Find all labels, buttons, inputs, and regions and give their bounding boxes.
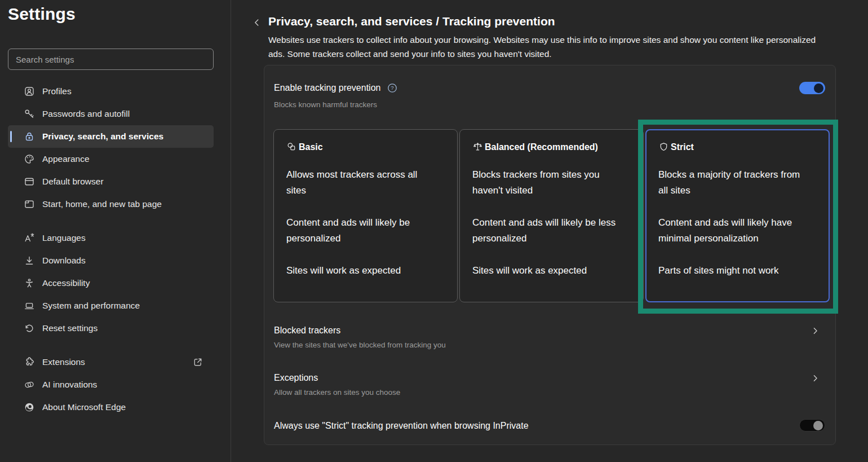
svg-text:?: ?: [391, 85, 394, 91]
sidebar-item-label: System and performance: [42, 301, 140, 311]
settings-main-panel: Privacy, search, and services / Tracking…: [232, 0, 868, 462]
exceptions-sublabel: Allow all trackers on sites you choose: [274, 388, 826, 397]
level-card-header: Strict: [658, 142, 817, 152]
nav-group-divider: [8, 215, 214, 227]
nav-group-divider: [8, 340, 214, 351]
level-name: Basic: [299, 142, 323, 152]
level-line: Blocks a majority of trackers from all s…: [658, 167, 806, 199]
level-line: Sites will work as expected: [286, 263, 434, 279]
languages-icon: [24, 232, 35, 244]
download-icon: [24, 255, 35, 266]
reset-icon: [24, 323, 35, 334]
laptop-icon: [24, 300, 35, 311]
level-line: Blocks trackers from sites you haven't v…: [472, 167, 620, 199]
chevron-right-icon: [811, 373, 820, 383]
sidebar-item-appearance[interactable]: Appearance: [8, 148, 214, 170]
page-description: Websites use trackers to collect info ab…: [268, 33, 833, 61]
sidebar-item-label: Reset settings: [42, 323, 98, 333]
level-line: Parts of sites might not work: [658, 263, 806, 279]
back-chevron-icon[interactable]: [252, 17, 262, 28]
sidebar-item-profiles[interactable]: Profiles: [8, 80, 214, 103]
basic-shapes-icon: [286, 142, 297, 152]
level-card-header: Basic: [286, 142, 445, 152]
tracking-levels-row: Basic Allows most trackers across all si…: [273, 129, 830, 302]
enable-tracking-toggle[interactable]: [799, 82, 825, 94]
level-card-basic[interactable]: Basic Allows most trackers across all si…: [273, 129, 458, 302]
sidebar-item-about-edge[interactable]: About Microsoft Edge: [8, 396, 214, 419]
sidebar-item-passwords[interactable]: Passwords and autofill: [8, 103, 214, 125]
sidebar-item-label: AI innovations: [42, 380, 97, 390]
sidebar-item-label: Languages: [42, 233, 86, 243]
sidebar-item-reset[interactable]: Reset settings: [8, 317, 214, 340]
profiles-icon: [24, 86, 35, 97]
sidebar-nav: Profiles Passwords and autofill Privacy,…: [8, 80, 214, 419]
chevron-right-icon: [811, 326, 820, 336]
sidebar-item-privacy[interactable]: Privacy, search, and services: [8, 125, 214, 148]
level-line: Content and ads will likely be less pers…: [472, 215, 620, 247]
accessibility-icon: [24, 278, 35, 289]
sidebar-item-downloads[interactable]: Downloads: [8, 249, 214, 272]
toggle-knob: [813, 421, 823, 430]
level-card-balanced[interactable]: Balanced (Recommended) Blocks trackers f…: [459, 129, 644, 302]
edge-logo-icon: [24, 402, 35, 413]
sidebar-item-label: Privacy, search, and services: [42, 131, 163, 142]
sidebar-item-label: Downloads: [42, 256, 86, 266]
level-line: Content and ads will likely have minimal…: [658, 215, 806, 247]
level-name: Balanced (Recommended): [485, 142, 598, 152]
sidebar-item-label: Appearance: [42, 154, 90, 164]
page-title: Privacy, search, and services / Tracking…: [268, 15, 555, 28]
blocked-trackers-label: Blocked trackers: [274, 325, 826, 336]
lock-icon: [24, 131, 35, 142]
sidebar-item-label: Default browser: [42, 177, 104, 187]
exceptions-label: Exceptions: [274, 373, 826, 383]
level-line: Content and ads will likely be personali…: [286, 215, 434, 247]
inprivate-strict-toggle[interactable]: [799, 419, 825, 432]
external-link-icon: [192, 357, 203, 368]
palette-icon: [24, 153, 35, 165]
app-title: Settings: [8, 5, 76, 24]
search-input[interactable]: [8, 49, 214, 70]
enable-tracking-row: Enable tracking prevention ?: [274, 82, 398, 94]
blocked-trackers-sublabel: View the sites that we've blocked from t…: [274, 341, 826, 349]
sidebar-item-label: About Microsoft Edge: [42, 402, 126, 412]
sidebar-item-system[interactable]: System and performance: [8, 294, 214, 317]
toggle-knob: [814, 83, 823, 93]
tab-page-icon: [24, 199, 35, 210]
sidebar-item-label: Start, home, and new tab page: [42, 199, 162, 209]
sidebar-item-label: Profiles: [42, 86, 72, 96]
copilot-icon: [24, 379, 35, 390]
key-icon: [24, 108, 35, 120]
balance-scale-icon: [472, 142, 483, 152]
level-line: Allows most trackers across all sites: [286, 167, 434, 199]
level-name: Strict: [671, 142, 694, 152]
search-box: [8, 49, 214, 70]
sidebar-item-label: Passwords and autofill: [42, 109, 130, 119]
level-card-header: Balanced (Recommended): [472, 142, 631, 152]
shield-icon: [658, 142, 669, 152]
enable-tracking-sublabel: Blocks known harmful trackers: [274, 100, 377, 109]
blocked-trackers-row[interactable]: Blocked trackers View the sites that we'…: [274, 325, 826, 349]
sidebar-item-accessibility[interactable]: Accessibility: [8, 272, 214, 294]
sidebar-item-default-browser[interactable]: Default browser: [8, 170, 214, 193]
level-card-strict[interactable]: Strict Blocks a majority of trackers fro…: [645, 129, 830, 302]
level-line: Sites will work as expected: [472, 263, 620, 279]
puzzle-icon: [24, 357, 35, 368]
enable-tracking-label: Enable tracking prevention: [274, 83, 380, 93]
tracking-prevention-card: Enable tracking prevention ? Blocks know…: [264, 65, 836, 445]
sidebar-item-ai-innovations[interactable]: AI innovations: [8, 373, 214, 396]
sidebar-item-extensions[interactable]: Extensions: [8, 351, 214, 373]
sidebar-item-start-home[interactable]: Start, home, and new tab page: [8, 193, 214, 215]
settings-sidebar: Settings Profiles Passwords and autofill: [0, 0, 231, 462]
sidebar-item-label: Extensions: [42, 357, 85, 367]
sidebar-item-label: Accessibility: [42, 278, 90, 288]
help-icon[interactable]: ?: [387, 82, 398, 94]
browser-window-icon: [24, 176, 35, 187]
inprivate-strict-label: Always use "Strict" tracking prevention …: [274, 421, 529, 431]
sidebar-item-languages[interactable]: Languages: [8, 227, 214, 249]
exceptions-row[interactable]: Exceptions Allow all trackers on sites y…: [274, 373, 826, 397]
